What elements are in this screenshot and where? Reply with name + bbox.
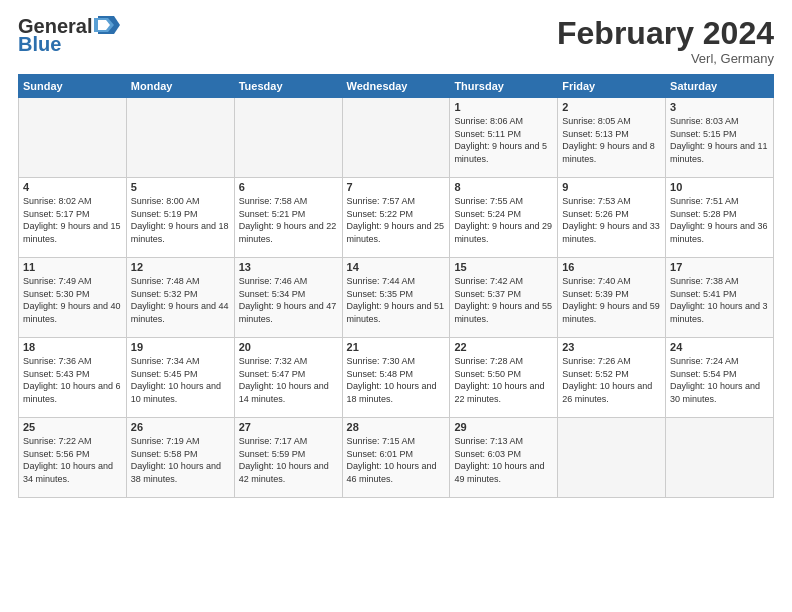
col-header-sunday: Sunday	[19, 75, 127, 98]
col-header-friday: Friday	[558, 75, 666, 98]
calendar-cell: 2Sunrise: 8:05 AM Sunset: 5:13 PM Daylig…	[558, 98, 666, 178]
day-number: 3	[670, 101, 769, 113]
calendar-cell: 29Sunrise: 7:13 AM Sunset: 6:03 PM Dayli…	[450, 418, 558, 498]
calendar-cell: 21Sunrise: 7:30 AM Sunset: 5:48 PM Dayli…	[342, 338, 450, 418]
month-title: February 2024	[557, 16, 774, 51]
calendar-cell	[558, 418, 666, 498]
calendar-cell: 12Sunrise: 7:48 AM Sunset: 5:32 PM Dayli…	[126, 258, 234, 338]
day-number: 29	[454, 421, 553, 433]
day-content: Sunrise: 7:53 AM Sunset: 5:26 PM Dayligh…	[562, 195, 661, 245]
col-header-wednesday: Wednesday	[342, 75, 450, 98]
col-header-monday: Monday	[126, 75, 234, 98]
day-number: 24	[670, 341, 769, 353]
logo-icon	[94, 14, 120, 36]
day-number: 17	[670, 261, 769, 273]
day-content: Sunrise: 8:00 AM Sunset: 5:19 PM Dayligh…	[131, 195, 230, 245]
day-content: Sunrise: 7:26 AM Sunset: 5:52 PM Dayligh…	[562, 355, 661, 405]
logo-blue: Blue	[18, 34, 120, 54]
day-number: 28	[347, 421, 446, 433]
calendar-cell: 26Sunrise: 7:19 AM Sunset: 5:58 PM Dayli…	[126, 418, 234, 498]
day-content: Sunrise: 7:24 AM Sunset: 5:54 PM Dayligh…	[670, 355, 769, 405]
calendar-cell: 9Sunrise: 7:53 AM Sunset: 5:26 PM Daylig…	[558, 178, 666, 258]
calendar-cell: 22Sunrise: 7:28 AM Sunset: 5:50 PM Dayli…	[450, 338, 558, 418]
calendar-cell: 5Sunrise: 8:00 AM Sunset: 5:19 PM Daylig…	[126, 178, 234, 258]
location: Verl, Germany	[557, 51, 774, 66]
day-number: 11	[23, 261, 122, 273]
day-content: Sunrise: 7:34 AM Sunset: 5:45 PM Dayligh…	[131, 355, 230, 405]
calendar-cell: 13Sunrise: 7:46 AM Sunset: 5:34 PM Dayli…	[234, 258, 342, 338]
day-content: Sunrise: 8:05 AM Sunset: 5:13 PM Dayligh…	[562, 115, 661, 165]
calendar-cell: 1Sunrise: 8:06 AM Sunset: 5:11 PM Daylig…	[450, 98, 558, 178]
day-content: Sunrise: 7:44 AM Sunset: 5:35 PM Dayligh…	[347, 275, 446, 325]
day-content: Sunrise: 7:15 AM Sunset: 6:01 PM Dayligh…	[347, 435, 446, 485]
calendar-table: SundayMondayTuesdayWednesdayThursdayFrid…	[18, 74, 774, 498]
day-number: 15	[454, 261, 553, 273]
title-block: February 2024 Verl, Germany	[557, 16, 774, 66]
calendar-cell: 27Sunrise: 7:17 AM Sunset: 5:59 PM Dayli…	[234, 418, 342, 498]
day-number: 14	[347, 261, 446, 273]
day-number: 10	[670, 181, 769, 193]
week-row-5: 25Sunrise: 7:22 AM Sunset: 5:56 PM Dayli…	[19, 418, 774, 498]
day-number: 26	[131, 421, 230, 433]
header: General Blue February 2024 Verl, Germany	[18, 16, 774, 66]
calendar-cell: 20Sunrise: 7:32 AM Sunset: 5:47 PM Dayli…	[234, 338, 342, 418]
calendar-cell: 25Sunrise: 7:22 AM Sunset: 5:56 PM Dayli…	[19, 418, 127, 498]
day-number: 23	[562, 341, 661, 353]
day-content: Sunrise: 7:22 AM Sunset: 5:56 PM Dayligh…	[23, 435, 122, 485]
calendar-cell	[234, 98, 342, 178]
day-number: 20	[239, 341, 338, 353]
page: General Blue February 2024 Verl, Germany…	[0, 0, 792, 612]
calendar-cell	[342, 98, 450, 178]
calendar-cell: 16Sunrise: 7:40 AM Sunset: 5:39 PM Dayli…	[558, 258, 666, 338]
day-content: Sunrise: 8:02 AM Sunset: 5:17 PM Dayligh…	[23, 195, 122, 245]
day-number: 22	[454, 341, 553, 353]
day-content: Sunrise: 8:06 AM Sunset: 5:11 PM Dayligh…	[454, 115, 553, 165]
day-content: Sunrise: 7:30 AM Sunset: 5:48 PM Dayligh…	[347, 355, 446, 405]
day-number: 9	[562, 181, 661, 193]
calendar-cell: 19Sunrise: 7:34 AM Sunset: 5:45 PM Dayli…	[126, 338, 234, 418]
calendar-cell: 7Sunrise: 7:57 AM Sunset: 5:22 PM Daylig…	[342, 178, 450, 258]
calendar-cell	[666, 418, 774, 498]
calendar-cell: 17Sunrise: 7:38 AM Sunset: 5:41 PM Dayli…	[666, 258, 774, 338]
week-row-4: 18Sunrise: 7:36 AM Sunset: 5:43 PM Dayli…	[19, 338, 774, 418]
week-row-2: 4Sunrise: 8:02 AM Sunset: 5:17 PM Daylig…	[19, 178, 774, 258]
calendar-cell	[19, 98, 127, 178]
col-header-tuesday: Tuesday	[234, 75, 342, 98]
week-row-1: 1Sunrise: 8:06 AM Sunset: 5:11 PM Daylig…	[19, 98, 774, 178]
day-number: 6	[239, 181, 338, 193]
col-header-thursday: Thursday	[450, 75, 558, 98]
day-number: 18	[23, 341, 122, 353]
day-number: 5	[131, 181, 230, 193]
day-content: Sunrise: 7:55 AM Sunset: 5:24 PM Dayligh…	[454, 195, 553, 245]
day-content: Sunrise: 7:36 AM Sunset: 5:43 PM Dayligh…	[23, 355, 122, 405]
calendar-cell: 24Sunrise: 7:24 AM Sunset: 5:54 PM Dayli…	[666, 338, 774, 418]
day-content: Sunrise: 7:13 AM Sunset: 6:03 PM Dayligh…	[454, 435, 553, 485]
day-number: 13	[239, 261, 338, 273]
day-content: Sunrise: 7:19 AM Sunset: 5:58 PM Dayligh…	[131, 435, 230, 485]
day-number: 8	[454, 181, 553, 193]
day-content: Sunrise: 7:49 AM Sunset: 5:30 PM Dayligh…	[23, 275, 122, 325]
day-content: Sunrise: 7:58 AM Sunset: 5:21 PM Dayligh…	[239, 195, 338, 245]
day-number: 7	[347, 181, 446, 193]
day-content: Sunrise: 7:32 AM Sunset: 5:47 PM Dayligh…	[239, 355, 338, 405]
day-content: Sunrise: 7:51 AM Sunset: 5:28 PM Dayligh…	[670, 195, 769, 245]
day-number: 4	[23, 181, 122, 193]
day-content: Sunrise: 7:28 AM Sunset: 5:50 PM Dayligh…	[454, 355, 553, 405]
calendar-cell: 14Sunrise: 7:44 AM Sunset: 5:35 PM Dayli…	[342, 258, 450, 338]
day-content: Sunrise: 7:46 AM Sunset: 5:34 PM Dayligh…	[239, 275, 338, 325]
day-number: 16	[562, 261, 661, 273]
header-row: SundayMondayTuesdayWednesdayThursdayFrid…	[19, 75, 774, 98]
day-number: 1	[454, 101, 553, 113]
day-content: Sunrise: 7:42 AM Sunset: 5:37 PM Dayligh…	[454, 275, 553, 325]
day-number: 25	[23, 421, 122, 433]
col-header-saturday: Saturday	[666, 75, 774, 98]
calendar-cell: 3Sunrise: 8:03 AM Sunset: 5:15 PM Daylig…	[666, 98, 774, 178]
calendar-cell: 11Sunrise: 7:49 AM Sunset: 5:30 PM Dayli…	[19, 258, 127, 338]
calendar-cell: 18Sunrise: 7:36 AM Sunset: 5:43 PM Dayli…	[19, 338, 127, 418]
day-number: 2	[562, 101, 661, 113]
calendar-cell: 10Sunrise: 7:51 AM Sunset: 5:28 PM Dayli…	[666, 178, 774, 258]
day-content: Sunrise: 7:38 AM Sunset: 5:41 PM Dayligh…	[670, 275, 769, 325]
calendar-cell: 23Sunrise: 7:26 AM Sunset: 5:52 PM Dayli…	[558, 338, 666, 418]
day-content: Sunrise: 7:17 AM Sunset: 5:59 PM Dayligh…	[239, 435, 338, 485]
calendar-cell: 4Sunrise: 8:02 AM Sunset: 5:17 PM Daylig…	[19, 178, 127, 258]
